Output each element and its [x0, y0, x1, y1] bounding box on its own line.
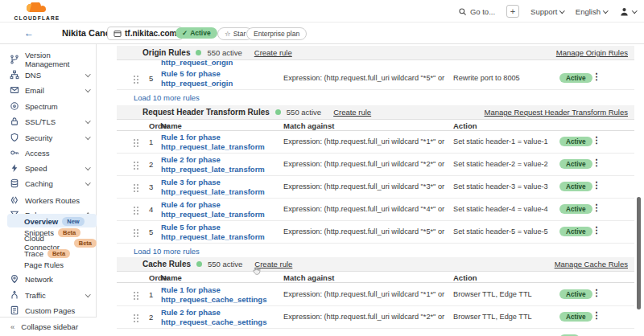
chevron-down-icon — [85, 165, 90, 170]
kebab-menu-icon[interactable]: ⋮ — [591, 288, 602, 298]
kebab-menu-icon[interactable]: ⋮ — [591, 135, 602, 145]
drag-handle-icon[interactable] — [133, 138, 139, 147]
drag-handle-icon[interactable] — [133, 313, 139, 322]
drag-handle-icon[interactable] — [133, 75, 139, 84]
table-row: 2 Rule 2 for phasehttp_request_cache_set… — [117, 306, 634, 329]
sidebar-item-dns[interactable]: DNS — [0, 68, 97, 82]
chevron-down-icon — [603, 8, 608, 13]
sidebar-item-email[interactable]: Email — [0, 83, 97, 97]
rule-match-expression: Expression: (http.request.full_uri wildc… — [283, 313, 446, 321]
sidebar-item-speed[interactable]: Speed — [0, 161, 97, 175]
drag-handle-icon[interactable] — [133, 206, 139, 215]
back-arrow-icon[interactable]: ← — [24, 27, 34, 39]
sidebar-item-label: Network — [25, 275, 53, 284]
sidebar-item-ssl-tls[interactable]: SSL/TLS — [0, 114, 97, 129]
website-icon — [114, 30, 122, 38]
sidebar-item-version-management[interactable]: Version Management — [0, 52, 97, 67]
traffic-icon — [10, 290, 19, 300]
rule-match-expression: Expression: (http.request.full_uri wildc… — [283, 182, 446, 191]
section-title: Request Header Transform Rules — [142, 108, 270, 117]
table-row: 4 Rule 4 for phasehttp_request_late_tran… — [117, 199, 634, 221]
language-menu[interactable]: English — [576, 7, 608, 16]
chevron-down-icon — [85, 72, 90, 76]
manage-cache-rules-link[interactable]: Manage Cache Rules — [555, 260, 628, 268]
rule-name-link[interactable]: Rule 4 for phasehttp_request_late_transf… — [161, 200, 282, 219]
load-more-rules-link[interactable]: Load 10 more rules — [134, 247, 200, 256]
rule-action: Browser TTL, Edge TTL — [453, 313, 554, 321]
sidebar-item-workers-routes[interactable]: Workers Routes — [0, 193, 97, 207]
sidebar-item-custom-pages[interactable]: Custom Pages — [0, 303, 97, 318]
section-title: Cache Rules — [142, 260, 191, 268]
manage-origin-rules-link[interactable]: Manage Origin Rules — [556, 48, 628, 57]
rule-action: Set static header-2 = value-2 — [453, 160, 554, 168]
active-count: 550 active — [207, 48, 242, 57]
rule-match-expression: Expression: (http.request.full_uri wildc… — [283, 160, 446, 168]
kebab-menu-icon[interactable]: ⋮ — [591, 225, 602, 236]
rule-name-line1: Rule 3 for phase — [161, 178, 221, 186]
email-icon — [10, 85, 19, 95]
rule-name-link[interactable]: Rule 2 for phasehttp_request_cache_setti… — [161, 308, 282, 327]
rule-order: 5 — [149, 227, 153, 236]
rule-name-link[interactable]: Rule 5 for phasehttp_request_origin — [161, 69, 282, 88]
domain-selector[interactable]: tf.nikitac.com — [107, 27, 183, 40]
create-rule-link[interactable]: Create rule — [254, 48, 292, 57]
status-badge: Active — [559, 159, 592, 169]
support-menu[interactable]: Support — [530, 7, 564, 16]
rule-name-line1: Rule 4 for phase — [161, 200, 221, 209]
chevron-down-icon — [85, 118, 90, 123]
lock-icon — [10, 117, 19, 126]
goto-search[interactable]: Go to... — [458, 7, 495, 16]
sidebar-item-label: DNS — [25, 71, 41, 80]
rule-name-link[interactable]: Rule 5 for phasehttp_request_late_transf… — [161, 223, 282, 242]
kebab-menu-icon[interactable]: ⋮ — [591, 158, 602, 168]
collapse-icon: « — [10, 322, 14, 331]
sidebar-item-network[interactable]: Network — [0, 272, 97, 286]
drag-handle-icon[interactable] — [133, 183, 139, 192]
plus-icon: + — [510, 6, 515, 16]
sidebar-item-security[interactable]: Security — [0, 130, 97, 145]
collapse-sidebar-button[interactable]: « Collapse sidebar — [0, 317, 97, 336]
create-rule-link[interactable]: Create rule — [333, 108, 371, 117]
table-row: 1 Rule 1 for phasehttp_request_cache_set… — [117, 284, 634, 306]
active-count: 550 active — [287, 108, 321, 117]
drag-handle-icon[interactable] — [133, 161, 139, 170]
rule-name-link[interactable]: Rule 3 for phasehttp_request_late_transf… — [161, 178, 282, 197]
star-label: Star — [233, 30, 246, 38]
account-menu[interactable] — [619, 6, 637, 17]
drag-handle-icon[interactable] — [133, 291, 139, 300]
cloudflare-logo[interactable]: CLOUDFLARE — [13, 2, 61, 21]
sidebar-item-caching[interactable]: Caching — [0, 176, 97, 191]
sidebar-item-access[interactable]: Access — [0, 145, 97, 160]
rule-order: 2 — [149, 160, 153, 169]
sidebar: Version Management DNS Email Spectrum SS… — [0, 44, 97, 336]
rule-action: Browser TTL, Edge TTL — [453, 290, 554, 298]
kebab-menu-icon[interactable]: ⋮ — [591, 203, 602, 213]
add-button[interactable]: + — [506, 5, 519, 18]
rule-name-line2: http_request_cache_settings — [161, 318, 266, 326]
load-more-rules-link[interactable]: Load 10 more rules — [134, 93, 200, 102]
sidebar-item-traffic[interactable]: Traffic — [0, 288, 97, 302]
vertical-scrollbar[interactable] — [637, 197, 641, 309]
sidebar-item-spectrum[interactable]: Spectrum — [0, 99, 97, 113]
plan-badge: Enterprise plan — [246, 27, 307, 40]
rule-name-link[interactable]: Rule 1 for phasehttp_request_late_transf… — [161, 133, 282, 152]
rule-order: 5 — [149, 74, 153, 83]
table-row: 5 Rule 5 for phasehttp_request_late_tran… — [117, 221, 634, 244]
kebab-menu-icon[interactable]: ⋮ — [591, 72, 602, 82]
table-row: 2 Rule 2 for phasehttp_request_late_tran… — [117, 154, 634, 176]
kebab-menu-icon[interactable]: ⋮ — [591, 310, 602, 321]
sidebar-item-label: Security — [25, 133, 52, 142]
sidebar-item-label: Version Management — [25, 51, 97, 68]
table-row: 1 Rule 1 for phasehttp_request_late_tran… — [117, 131, 634, 154]
section-title: Origin Rules — [142, 48, 190, 57]
kebab-menu-icon[interactable]: ⋮ — [591, 180, 602, 191]
rule-order: 4 — [149, 205, 153, 214]
sidebar-item-page-rules[interactable]: Page Rules — [0, 258, 97, 271]
rule-order: 1 — [149, 137, 153, 146]
rule-name-link[interactable]: Rule 1 for phasehttp_request_cache_setti… — [161, 285, 282, 305]
top-bar: CLOUDFLARE Go to... + Support English — [0, 0, 644, 23]
manage-request-header-transform-rules-link[interactable]: Manage Request Header Transform Rules — [485, 108, 628, 117]
rule-name-link[interactable]: Rule 2 for phasehttp_request_late_transf… — [161, 155, 282, 174]
beta-badge: Beta — [47, 249, 70, 258]
drag-handle-icon[interactable] — [133, 228, 139, 237]
